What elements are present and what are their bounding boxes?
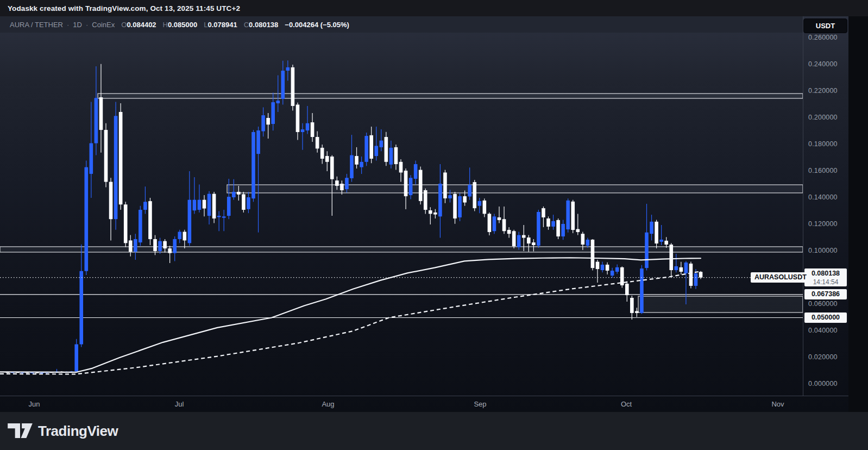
price-label-box: 0.067386 xyxy=(804,289,847,299)
low-key: L xyxy=(204,21,207,29)
candle-up xyxy=(694,273,698,286)
candle-down xyxy=(453,194,457,218)
candle-down xyxy=(153,239,157,251)
time-axis-month-label: Sep xyxy=(474,400,486,408)
candle-up xyxy=(74,345,78,372)
price-axis[interactable]: 0.2600000.2400000.2200000.2000000.180000… xyxy=(803,16,848,396)
candle-down xyxy=(104,130,108,182)
candle-up xyxy=(659,240,663,242)
candle-up xyxy=(561,224,565,236)
zone-rectangle xyxy=(0,247,803,252)
candle-down xyxy=(630,298,634,313)
moving-average-solid xyxy=(0,258,701,372)
candle-down xyxy=(507,230,511,234)
candle-down xyxy=(163,241,167,248)
price-axis-tick: 0.100000 xyxy=(808,247,838,254)
exchange-name: CoinEx xyxy=(92,21,115,29)
candle-up xyxy=(286,67,290,71)
candle-up xyxy=(684,262,688,273)
candle-up xyxy=(301,129,305,132)
time-axis[interactable]: JunJulAugSepOctNov xyxy=(0,396,848,412)
candle-down xyxy=(320,148,324,159)
candle-down xyxy=(488,214,492,232)
price-label-box: 0.08013814:14:54 xyxy=(804,268,847,286)
candle-down xyxy=(443,172,447,198)
candle-down xyxy=(183,232,187,240)
zone-rectangle xyxy=(98,93,803,98)
candle-down xyxy=(424,190,427,210)
candle-down xyxy=(527,238,531,243)
high-key: H xyxy=(163,21,168,29)
candle-up xyxy=(675,266,678,270)
candle-down xyxy=(148,201,152,239)
candle-up xyxy=(281,71,285,99)
candle-up xyxy=(645,233,649,268)
time-axis-month-label: Jul xyxy=(175,400,184,408)
candle-up xyxy=(448,195,452,198)
candle-down xyxy=(330,157,334,179)
candle-down xyxy=(542,208,545,217)
candle-up xyxy=(438,184,442,216)
candle-down xyxy=(394,147,398,164)
candle-down xyxy=(483,201,487,214)
candle-up xyxy=(458,196,462,217)
candle-down xyxy=(340,184,344,190)
candle-down xyxy=(335,180,339,186)
candle-down xyxy=(502,219,506,231)
price-axis-tick: 0.160000 xyxy=(808,167,838,174)
time-axis-month-label: Nov xyxy=(771,400,784,408)
price-axis-tick: 0.180000 xyxy=(808,140,838,148)
symbol-legend: AURA / TETHER · 1D · CoinEx O 0.084402 H… xyxy=(0,16,803,33)
candle-down xyxy=(109,182,113,220)
candle-down xyxy=(680,267,683,272)
candle-down xyxy=(576,229,580,232)
candle-down xyxy=(212,194,216,218)
candle-down xyxy=(369,135,373,159)
candle-up xyxy=(178,232,181,239)
candle-up xyxy=(551,221,555,227)
candle-up xyxy=(232,192,236,197)
candle-down xyxy=(168,248,172,253)
price-chart-canvas[interactable] xyxy=(0,0,803,412)
candle-up xyxy=(207,194,211,216)
candle-up xyxy=(517,235,521,247)
candle-down xyxy=(498,217,501,220)
candle-up xyxy=(143,202,147,210)
candle-down xyxy=(316,137,319,148)
footer-bar: TradingView xyxy=(0,412,868,450)
candle-up xyxy=(360,162,363,167)
candle-down xyxy=(625,284,629,295)
candle-down xyxy=(596,262,600,269)
candle-down xyxy=(463,196,467,203)
candle-down xyxy=(119,112,123,204)
currency-toggle-button[interactable]: USDT xyxy=(803,18,847,33)
bar-countdown: 14:14:54 xyxy=(804,278,847,286)
candle-up xyxy=(217,216,221,217)
price-axis-tick: 0.240000 xyxy=(808,60,838,68)
candle-up xyxy=(261,115,265,131)
candle-down xyxy=(473,182,476,208)
open-value: 0.084402 xyxy=(127,21,156,29)
open-key: O xyxy=(121,21,127,29)
candle-up xyxy=(251,132,255,198)
candle-up xyxy=(134,239,137,252)
candle-up xyxy=(380,141,383,147)
candle-down xyxy=(689,264,693,286)
candle-down xyxy=(546,218,550,227)
candle-down xyxy=(664,241,668,245)
tradingview-logo-icon[interactable] xyxy=(8,423,33,439)
candle-up xyxy=(586,240,590,246)
candle-down xyxy=(556,220,560,236)
high-value: 0.085000 xyxy=(168,21,197,29)
candle-down xyxy=(669,245,673,270)
tradingview-wordmark[interactable]: TradingView xyxy=(38,423,118,440)
candle-up xyxy=(114,116,118,219)
candle-down xyxy=(296,105,300,132)
candle-up xyxy=(247,197,250,209)
candle-up xyxy=(158,241,162,251)
candle-down xyxy=(99,97,103,130)
candle-down xyxy=(203,200,206,209)
candle-up xyxy=(350,155,354,178)
price-axis-tick: 0.200000 xyxy=(808,114,838,121)
candle-up xyxy=(85,167,89,271)
